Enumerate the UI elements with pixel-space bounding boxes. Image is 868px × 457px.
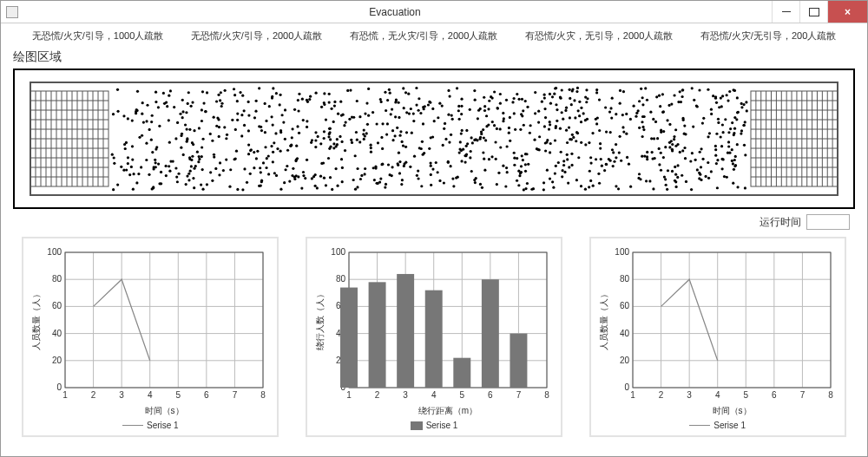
scenario-button-4[interactable]: 有恐慌/火灾/无引导，200人疏散: [697, 28, 839, 44]
maximize-button[interactable]: [799, 1, 827, 23]
minimize-button[interactable]: [772, 1, 799, 23]
scenario-button-1[interactable]: 无恐慌/火灾/引导，2000人疏散: [187, 28, 326, 44]
simulation-canvas: [30, 82, 838, 196]
charts-row: Serise 1 Serise 1 Serise 1: [1, 232, 867, 442]
legend-label-0: Serise 1: [147, 421, 179, 430]
runtime-input[interactable]: [806, 214, 850, 230]
scenario-button-2[interactable]: 有恐慌，无火灾/引导，2000人疏散: [346, 28, 502, 44]
close-button[interactable]: ×: [827, 1, 867, 23]
chart-box-1: Serise 1: [306, 237, 562, 437]
legend-line-icon: [122, 425, 143, 426]
scenario-row: 无恐慌/火灾/引导，1000人疏散 无恐慌/火灾/引导，2000人疏散 有恐慌，…: [1, 23, 867, 48]
chart-legend-2: Serise 1: [689, 421, 746, 430]
legend-label-2: Serise 1: [713, 421, 746, 430]
chart-canvas-1: [312, 244, 556, 417]
titlebar: Evacuation ×: [1, 1, 867, 23]
drawing-area-frame: [13, 69, 855, 209]
legend-label-1: Serise 1: [426, 421, 458, 430]
scenario-button-0[interactable]: 无恐慌/火灾/引导，1000人疏散: [29, 28, 168, 44]
scenario-button-3[interactable]: 有恐慌/火灾，无引导，2000人疏散: [522, 28, 677, 44]
legend-bar-icon: [411, 421, 423, 430]
runtime-label: 运行时间: [760, 215, 801, 230]
drawing-area-label: 绘图区域: [1, 48, 867, 67]
chart-legend-0: Serise 1: [122, 421, 179, 430]
app-icon: [6, 6, 18, 18]
window-controls: ×: [772, 1, 867, 23]
chart-legend-1: Serise 1: [411, 421, 458, 430]
legend-line-icon: [689, 425, 710, 426]
window-title: Evacuation: [18, 6, 772, 18]
chart-box-0: Serise 1: [22, 237, 279, 437]
chart-canvas-0: [29, 244, 272, 417]
runtime-row: 运行时间: [1, 212, 867, 232]
chart-box-2: Serise 1: [589, 237, 846, 437]
chart-canvas-2: [596, 244, 839, 417]
